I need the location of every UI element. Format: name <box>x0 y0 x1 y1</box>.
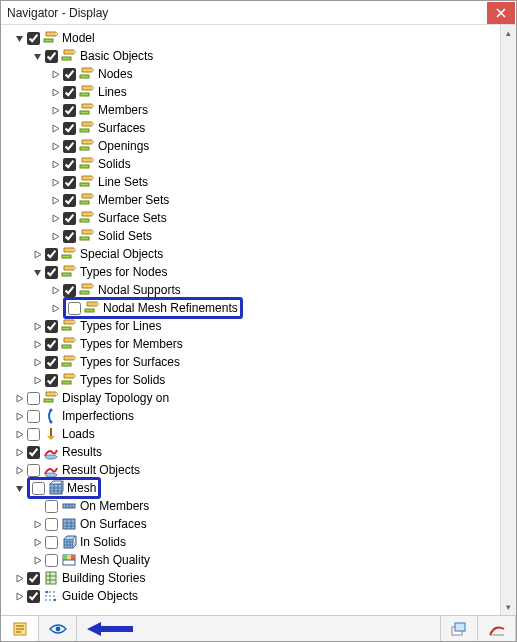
visibility-checkbox[interactable] <box>45 554 58 567</box>
expand-toggle[interactable] <box>33 358 45 367</box>
tree-item-member_sets[interactable]: Member Sets <box>5 191 498 209</box>
visibility-checkbox[interactable] <box>45 536 58 549</box>
visibility-checkbox[interactable] <box>45 518 58 531</box>
visibility-checkbox[interactable] <box>45 248 58 261</box>
tree-item-types_for_surfaces[interactable]: Types for Surfaces <box>5 353 498 371</box>
expand-toggle[interactable] <box>51 88 63 97</box>
visibility-checkbox[interactable] <box>45 338 58 351</box>
tab-data[interactable] <box>1 616 39 641</box>
expand-toggle[interactable] <box>51 286 63 295</box>
visibility-checkbox[interactable] <box>63 86 76 99</box>
expand-toggle[interactable] <box>33 340 45 349</box>
tree-item-results[interactable]: Results <box>5 443 498 461</box>
visibility-checkbox[interactable] <box>27 590 40 603</box>
tree-item-types_for_solids[interactable]: Types for Solids <box>5 371 498 389</box>
visibility-checkbox[interactable] <box>45 266 58 279</box>
expand-toggle[interactable] <box>15 430 27 439</box>
visibility-checkbox[interactable] <box>32 482 45 495</box>
expand-toggle[interactable] <box>51 178 63 187</box>
expand-toggle[interactable] <box>15 412 27 421</box>
visibility-checkbox[interactable] <box>27 464 40 477</box>
visibility-checkbox[interactable] <box>68 302 81 315</box>
visibility-checkbox[interactable] <box>63 194 76 207</box>
tree-item-basic_objects[interactable]: Basic Objects <box>5 47 498 65</box>
tab-views[interactable] <box>440 616 478 641</box>
visibility-checkbox[interactable] <box>63 176 76 189</box>
tree-item-types_for_members[interactable]: Types for Members <box>5 335 498 353</box>
scroll-up-button[interactable]: ▴ <box>501 25 516 41</box>
visibility-checkbox[interactable] <box>45 320 58 333</box>
tree-item-solid_sets[interactable]: Solid Sets <box>5 227 498 245</box>
expand-toggle[interactable] <box>51 196 63 205</box>
tree-item-special_objects[interactable]: Special Objects <box>5 245 498 263</box>
visibility-checkbox[interactable] <box>63 122 76 135</box>
visibility-checkbox[interactable] <box>45 356 58 369</box>
expand-toggle[interactable] <box>51 232 63 241</box>
tree-item-mesh_quality[interactable]: Mesh Quality <box>5 551 498 569</box>
tree-item-solids[interactable]: Solids <box>5 155 498 173</box>
visibility-checkbox[interactable] <box>27 446 40 459</box>
tree-item-members[interactable]: Members <box>5 101 498 119</box>
tree-item-mesh_in_solids[interactable]: In Solids <box>5 533 498 551</box>
scroll-track[interactable] <box>501 41 516 599</box>
expand-toggle[interactable] <box>15 484 27 493</box>
visibility-checkbox[interactable] <box>45 500 58 513</box>
tree-item-loads[interactable]: Loads <box>5 425 498 443</box>
expand-toggle[interactable] <box>51 214 63 223</box>
visibility-checkbox[interactable] <box>27 32 40 45</box>
expand-toggle[interactable] <box>15 34 27 43</box>
visibility-checkbox[interactable] <box>63 230 76 243</box>
tree-item-mesh_on_members[interactable]: On Members <box>5 497 498 515</box>
expand-toggle[interactable] <box>33 556 45 565</box>
tab-results[interactable] <box>478 616 516 641</box>
expand-toggle[interactable] <box>51 70 63 79</box>
tree-item-mesh[interactable]: Mesh <box>5 479 498 497</box>
expand-toggle[interactable] <box>15 574 27 583</box>
tree-item-openings[interactable]: Openings <box>5 137 498 155</box>
tree-item-guide_objects[interactable]: Guide Objects <box>5 587 498 605</box>
tree-item-imperfections[interactable]: Imperfections <box>5 407 498 425</box>
tree-item-types_for_lines[interactable]: Types for Lines <box>5 317 498 335</box>
visibility-checkbox[interactable] <box>27 572 40 585</box>
visibility-checkbox[interactable] <box>27 392 40 405</box>
expand-toggle[interactable] <box>51 124 63 133</box>
tree-item-nodal_mesh_refinements[interactable]: Nodal Mesh Refinements <box>5 299 498 317</box>
expand-toggle[interactable] <box>33 268 45 277</box>
close-button[interactable] <box>487 2 515 24</box>
expand-toggle[interactable] <box>51 160 63 169</box>
tree-item-surface_sets[interactable]: Surface Sets <box>5 209 498 227</box>
tree-item-model[interactable]: Model <box>5 29 498 47</box>
visibility-checkbox[interactable] <box>27 428 40 441</box>
tree-item-display_topology_on[interactable]: Display Topology on <box>5 389 498 407</box>
visibility-checkbox[interactable] <box>63 284 76 297</box>
expand-toggle[interactable] <box>33 538 45 547</box>
expand-toggle[interactable] <box>33 376 45 385</box>
scroll-down-button[interactable]: ▾ <box>501 599 516 615</box>
expand-toggle[interactable] <box>33 250 45 259</box>
expand-toggle[interactable] <box>15 394 27 403</box>
visibility-checkbox[interactable] <box>63 158 76 171</box>
tab-display[interactable] <box>39 616 77 641</box>
expand-toggle[interactable] <box>15 466 27 475</box>
visibility-checkbox[interactable] <box>63 68 76 81</box>
visibility-checkbox[interactable] <box>27 410 40 423</box>
tree-item-building_stories[interactable]: Building Stories <box>5 569 498 587</box>
tree-view[interactable]: ModelBasic ObjectsNodesLinesMembersSurfa… <box>1 25 500 615</box>
tree-item-mesh_on_surfaces[interactable]: On Surfaces <box>5 515 498 533</box>
visibility-checkbox[interactable] <box>63 212 76 225</box>
expand-toggle[interactable] <box>33 520 45 529</box>
expand-toggle[interactable] <box>33 52 45 61</box>
expand-toggle[interactable] <box>15 448 27 457</box>
expand-toggle[interactable] <box>51 106 63 115</box>
expand-toggle[interactable] <box>51 304 63 313</box>
visibility-checkbox[interactable] <box>63 140 76 153</box>
visibility-checkbox[interactable] <box>45 374 58 387</box>
tree-item-types_for_nodes[interactable]: Types for Nodes <box>5 263 498 281</box>
visibility-checkbox[interactable] <box>63 104 76 117</box>
expand-toggle[interactable] <box>15 592 27 601</box>
tree-item-line_sets[interactable]: Line Sets <box>5 173 498 191</box>
tree-item-surfaces[interactable]: Surfaces <box>5 119 498 137</box>
visibility-checkbox[interactable] <box>45 50 58 63</box>
expand-toggle[interactable] <box>51 142 63 151</box>
expand-toggle[interactable] <box>33 322 45 331</box>
